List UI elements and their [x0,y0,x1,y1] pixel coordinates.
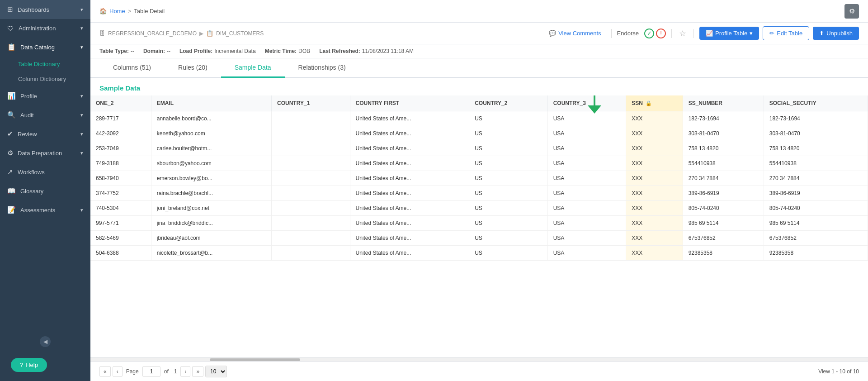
table-cell: 289-7717 [90,111,151,126]
table-cell: 985 69 5114 [683,216,764,231]
sidebar-item-dashboards[interactable]: ⊞ Dashboards ▾ [0,0,90,19]
col-header-country2: COUNTRY_2 [469,95,548,111]
tab-columns[interactable]: Columns (51) [99,58,165,78]
scrollbar-thumb[interactable] [210,358,300,361]
table-name: DIM_CUSTOMERS [216,30,264,37]
table-cell: 805-74-0240 [764,201,868,216]
sidebar-item-label: Dashboards [18,6,49,13]
col-header-social-security: SOCIAL_SECUTIY [764,95,868,111]
tab-relationships[interactable]: Relationships (3) [285,58,359,78]
sidebar-item-workflows[interactable]: ↗ Workflows [0,162,90,181]
breadcrumb: 🏠 Home > Table Detail [99,8,165,14]
table-cell: 997-5771 [90,216,151,231]
table-cell: US [469,231,548,246]
sidebar-item-glossary[interactable]: 📖 Glossary [0,181,90,200]
view-comments-button[interactable]: 💬 View Comments [544,28,605,39]
table-cell: US [469,111,548,126]
table-cell: USA [547,171,626,186]
workflows-icon: ↗ [7,168,13,176]
next-page-button[interactable]: › [180,366,190,377]
table-row: 740-5304joni_breland@cox.netUnited State… [90,201,868,216]
chevron-down-icon: ▾ [80,150,83,156]
table-cell: XXX [626,111,683,126]
sidebar-item-data-catalog[interactable]: 📋 Data Catalog ▾ [0,38,90,57]
table-cell: 303-81-0470 [683,126,764,141]
help-button[interactable]: ? Help [11,358,47,372]
sidebar-item-profile[interactable]: 📊 Profile ▾ [0,86,90,105]
star-button[interactable]: ☆ [677,29,688,38]
edit-table-button[interactable]: ✏ Edit Table [763,26,809,40]
ssn-lock-icon: 🔒 [646,100,652,106]
topbar: 🏠 Home > Table Detail ⚙ [90,0,868,23]
last-refreshed-item: Last Refreshed: 11/08/2023 11:18 AM [319,48,414,54]
sidebar-sub-item-column-dictionary[interactable]: Column Dictionary [0,71,90,86]
prev-page-button[interactable]: ‹ [113,366,123,377]
table-cell: USA [547,201,626,216]
horizontal-scrollbar[interactable] [90,357,868,362]
table-cell: 374-7752 [90,186,151,201]
table-cell: 389-86-6919 [683,186,764,201]
table-cell: USA [547,126,626,141]
page-number-input[interactable] [142,366,160,377]
tab-rules[interactable]: Rules (20) [165,58,221,78]
table-type-value: -- [131,48,134,54]
col-header-country1: COUNTRY_1 [272,95,350,111]
sidebar-item-administration[interactable]: 🛡 Administration ▾ [0,19,90,38]
gear-button[interactable]: ⚙ [844,4,859,19]
table-cell: emerson.bowley@bo... [151,171,271,186]
table-cell: XXX [626,246,683,261]
chevron-down-icon: ▾ [80,93,83,99]
table-cell [272,126,350,141]
sidebar-collapse-button[interactable]: ◀ [40,336,51,347]
profile-icon: 📊 [7,92,16,100]
table-cell [272,156,350,171]
view-info: View 1 - 10 of 10 [818,368,859,375]
table-cell: 92385358 [683,246,764,261]
breadcrumb-home[interactable]: Home [109,8,125,14]
table-wrapper[interactable]: ONE_2 EMAIL COUNTRY_1 COUNTRY FIRST COUN… [90,95,868,357]
table-cell: 504-6388 [90,246,151,261]
profile-table-button[interactable]: 📈 Profile Table ▾ [699,27,759,40]
subheader: 🗄 REGRESSION_ORACLE_DCDEMO ▶ 📋 DIM_CUSTO… [90,23,868,44]
first-page-button[interactable]: « [99,366,111,377]
sidebar-item-review[interactable]: ✔ Review ▾ [0,124,90,143]
sidebar-item-label: Assessments [20,207,55,214]
sidebar-item-audit[interactable]: 🔍 Audit ▾ [0,105,90,124]
last-page-button[interactable]: » [192,366,203,377]
table-cell: 554410938 [683,156,764,171]
load-profile-item: Load Profile: Incremental Data [179,48,256,54]
table-cell: jbrideau@aol.com [151,231,271,246]
domain-label: Domain: [143,48,165,54]
actions-row: 💬 View Comments Endorse ✓ ! ☆ 📈 Profile … [544,26,859,40]
table-cell: jina_briddick@briddic... [151,216,271,231]
table-cell: United States of Ame... [350,246,469,261]
col-header-country-first: COUNTRY FIRST [350,95,469,111]
per-page-select[interactable]: 10 25 50 [205,366,227,377]
table-cell: US [469,246,548,261]
tab-sample-data[interactable]: Sample Data [221,58,285,78]
main-content: 🏠 Home > Table Detail ⚙ 🗄 REGRESSION_ORA… [90,0,868,381]
domain-value: -- [167,48,170,54]
arrow-sep: ▶ [199,30,203,37]
table-cell: USA [547,216,626,231]
table-cell: 675376852 [683,231,764,246]
sidebar-sub-item-table-dictionary[interactable]: Table Dictionary [0,57,90,71]
endorse-check-icon[interactable]: ✓ [644,29,654,38]
table-cell [272,246,350,261]
section-title: Sample Data [90,78,868,95]
table-cell: 758 13 4820 [683,141,764,156]
last-refreshed-label: Last Refreshed: [319,48,360,54]
endorse-warn-icon[interactable]: ! [656,29,666,38]
sidebar-item-assessments[interactable]: 📝 Assessments ▾ [0,200,90,219]
sidebar-item-data-preparation[interactable]: ⚙ Data Preparation ▾ [0,143,90,162]
table-cell: XXX [626,141,683,156]
table-cell: 270 34 7884 [764,171,868,186]
table-cell: XXX [626,171,683,186]
review-icon: ✔ [7,130,13,138]
help-icon: ? [20,362,23,368]
divider2 [671,29,672,38]
table-cell: US [469,216,548,231]
table-cell: USA [547,111,626,126]
table-cell [272,201,350,216]
unpublish-button[interactable]: ⬆ Unpublish [813,27,859,40]
